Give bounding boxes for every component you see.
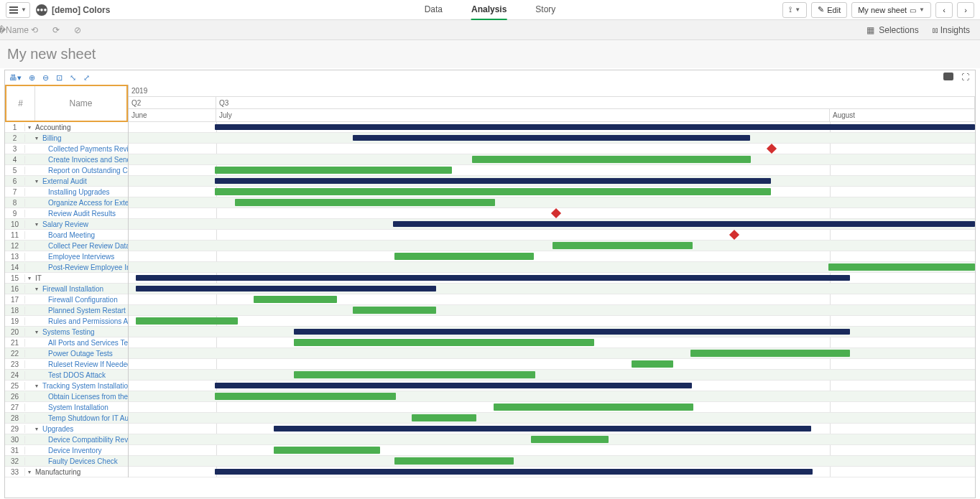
milestone-icon[interactable] — [729, 230, 739, 240]
task-row[interactable]: 22Power Outage Tests — [5, 348, 128, 359]
task-bar[interactable] — [828, 264, 975, 271]
zoom-fit-icon[interactable]: ⊡ — [56, 73, 63, 83]
task-row[interactable]: 24Test DDOS Attack — [5, 370, 128, 381]
selections-button[interactable]: Selections — [866, 25, 918, 35]
task-row[interactable]: 20▾Systems Testing — [5, 327, 128, 337]
task-row[interactable]: 29▾Upgrades — [5, 424, 128, 434]
task-row[interactable]: 6▾External Audit — [5, 176, 128, 187]
zoom-in-icon[interactable]: ⊕ — [29, 73, 35, 83]
row-name[interactable]: Report on Outstanding Co — [34, 167, 128, 174]
timeline-row[interactable] — [129, 337, 975, 348]
print-icon[interactable]: 🖶▾ — [9, 73, 22, 83]
row-name[interactable]: Accounting — [34, 123, 128, 131]
task-bar[interactable] — [531, 436, 609, 443]
menu-button[interactable]: ▼ — [6, 2, 30, 18]
col-number[interactable]: # — [6, 86, 35, 121]
row-name[interactable]: Obtain Licenses from the V — [34, 393, 128, 401]
timeline-row[interactable] — [129, 434, 975, 445]
timeline-row[interactable] — [129, 251, 975, 262]
row-toggle-icon[interactable]: ▾ — [25, 124, 34, 131]
task-bar[interactable] — [274, 447, 380, 454]
timeline-row[interactable] — [129, 316, 975, 327]
row-name[interactable]: Device Compatibility Revie — [34, 436, 128, 444]
task-row[interactable]: 17Firewall Configuration — [5, 294, 128, 305]
task-bar[interactable] — [353, 307, 436, 314]
task-row[interactable]: 25▾Tracking System Installation — [5, 381, 128, 391]
timeline-row[interactable] — [129, 197, 975, 208]
task-row[interactable]: 5Report on Outstanding Co — [5, 165, 128, 176]
row-name[interactable]: Board Meeting — [34, 231, 128, 239]
edit-button[interactable]: Edit — [811, 2, 847, 18]
summary-bar[interactable] — [136, 275, 850, 281]
task-row[interactable]: 21All Ports and Services Test — [5, 337, 128, 348]
summary-bar[interactable] — [215, 383, 692, 388]
timeline-row[interactable] — [129, 133, 975, 144]
task-row[interactable]: 30Device Compatibility Revie — [5, 434, 128, 445]
row-name[interactable]: System Installation — [34, 404, 128, 411]
row-name[interactable]: Rules and Permissions Aud — [34, 317, 128, 325]
row-name[interactable]: Upgrades — [41, 425, 128, 433]
row-name[interactable]: External Audit — [41, 177, 128, 185]
task-row[interactable]: 1▾Accounting — [5, 122, 128, 133]
row-name[interactable]: Employee Interviews — [34, 253, 128, 261]
expand-icon[interactable]: ⤡ — [70, 73, 76, 83]
task-row[interactable]: 3Collected Payments Revie — [5, 144, 128, 154]
timeline-row[interactable] — [129, 391, 975, 402]
col-name[interactable]: Name — [35, 86, 126, 121]
timeline-row[interactable] — [129, 284, 975, 294]
timeline-row[interactable] — [129, 165, 975, 176]
timeline-row[interactable] — [129, 208, 975, 219]
next-sheet-button[interactable]: › — [957, 2, 974, 18]
task-bar[interactable] — [553, 242, 693, 249]
timeline-row[interactable] — [129, 456, 975, 467]
timeline-row[interactable] — [129, 424, 975, 434]
task-bar[interactable] — [254, 296, 337, 303]
task-bar[interactable] — [294, 339, 594, 346]
row-name[interactable]: Organize Access for Extern — [34, 199, 128, 207]
task-row[interactable]: 7Installing Upgrades — [5, 187, 128, 197]
row-toggle-icon[interactable]: ▾ — [32, 286, 41, 292]
task-bar[interactable] — [394, 457, 514, 465]
zoom-out-icon[interactable]: ⊖ — [42, 73, 49, 83]
task-row[interactable]: 26Obtain Licenses from the V — [5, 391, 128, 402]
row-name[interactable]: Tracking System Installation — [41, 382, 128, 390]
row-name[interactable]: Collect Peer Review Data — [34, 242, 128, 250]
step-back-icon[interactable]: ⟲ — [27, 23, 42, 37]
row-toggle-icon[interactable]: ▾ — [25, 469, 34, 475]
timeline-row[interactable] — [129, 122, 975, 133]
timeline-row[interactable] — [129, 187, 975, 197]
row-name[interactable]: Installing Upgrades — [34, 188, 128, 196]
timeline-row[interactable] — [129, 154, 975, 165]
task-bar[interactable] — [215, 167, 452, 174]
summary-bar[interactable] — [353, 135, 750, 141]
task-row[interactable]: 27System Installation — [5, 402, 128, 413]
row-name[interactable]: Planned System Restart — [34, 307, 128, 314]
bookmark-button[interactable]: ▼ — [782, 2, 807, 18]
timeline-row[interactable] — [129, 144, 975, 154]
task-bar[interactable] — [235, 199, 495, 206]
timeline-row[interactable] — [129, 359, 975, 370]
row-toggle-icon[interactable]: ▾ — [32, 426, 41, 432]
tab-analysis[interactable]: Analysis — [471, 0, 507, 20]
tab-story[interactable]: Story — [535, 0, 555, 20]
task-bar[interactable] — [294, 371, 535, 378]
timeline-row[interactable] — [129, 467, 975, 477]
row-toggle-icon[interactable]: ▾ — [32, 221, 41, 228]
timeline-row[interactable] — [129, 402, 975, 413]
task-bar[interactable] — [136, 317, 238, 325]
row-name[interactable]: Device Inventory — [34, 447, 128, 454]
row-name[interactable]: Salary Review — [41, 220, 128, 228]
row-name[interactable]: Manufacturing — [34, 468, 128, 476]
timeline-row[interactable] — [129, 262, 975, 273]
row-name[interactable]: Firewall Configuration — [34, 296, 128, 304]
row-name[interactable]: Billing — [41, 134, 128, 142]
row-toggle-icon[interactable]: ▾ — [32, 383, 41, 389]
row-name[interactable]: Faulty Devices Check — [34, 457, 128, 465]
milestone-icon[interactable] — [551, 208, 561, 218]
task-row[interactable]: 4Create Invoices and Send t — [5, 154, 128, 165]
row-toggle-icon[interactable]: ▾ — [25, 275, 34, 281]
row-name[interactable]: All Ports and Services Test — [34, 339, 128, 347]
milestone-icon[interactable] — [767, 144, 777, 154]
task-row[interactable]: 18Planned System Restart — [5, 305, 128, 316]
task-row[interactable]: 19Rules and Permissions Aud — [5, 316, 128, 327]
